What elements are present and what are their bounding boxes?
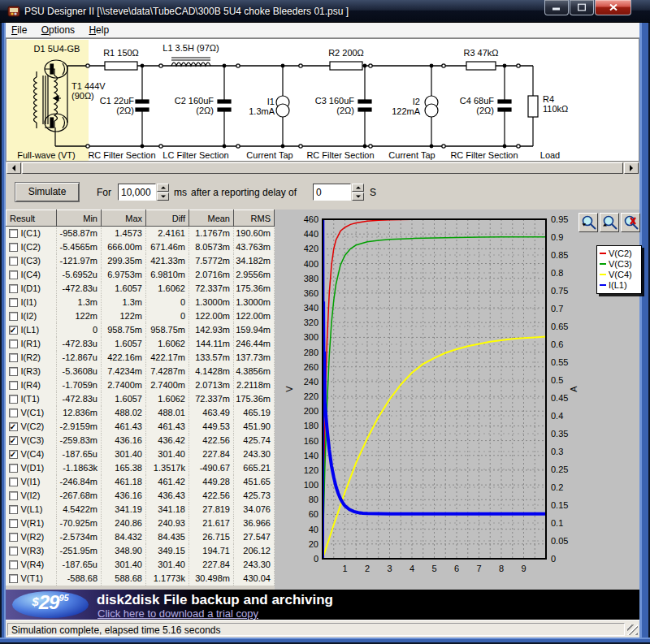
zoom-out-button[interactable] bbox=[578, 213, 598, 232]
table-row[interactable]: V(I1)-246.84m461.18461.42449.28451.65 bbox=[6, 475, 275, 489]
table-row[interactable]: I(R1)-472.83u1.60571.6062144.11m246.44m bbox=[6, 337, 275, 351]
svg-text:3: 3 bbox=[387, 564, 392, 573]
duration-spinner[interactable] bbox=[157, 184, 169, 201]
simulate-button[interactable]: Simulate bbox=[15, 182, 80, 202]
column-header-mean[interactable]: Mean bbox=[189, 210, 234, 227]
menu-help[interactable]: Help bbox=[83, 23, 115, 38]
row-label: I(R3) bbox=[21, 366, 41, 376]
table-row[interactable]: V(R3)-251.95m348.90349.15194.71206.12 bbox=[6, 544, 275, 558]
svg-text:120: 120 bbox=[304, 465, 318, 475]
row-checkbox[interactable] bbox=[9, 257, 18, 266]
table-row[interactable]: I(C2)-5.4565m666.00m671.46m8.0573m43.763… bbox=[6, 240, 275, 254]
label-r4: R4 110kΩ bbox=[543, 94, 568, 114]
column-header-rms[interactable]: RMS bbox=[234, 210, 275, 227]
table-row[interactable]: I(C4)-5.6952u6.9753m6.9810m2.0716m2.9556… bbox=[6, 268, 275, 282]
row-checkbox[interactable] bbox=[9, 464, 18, 473]
spin-up-icon[interactable] bbox=[157, 184, 169, 192]
row-checkbox[interactable] bbox=[9, 533, 18, 542]
table-row[interactable]: V(I2)-267.68m436.16436.43422.56425.73 bbox=[6, 489, 275, 503]
table-row[interactable]: V(D1)-1.1863k165.381.3517k-490.67665.21 bbox=[6, 461, 275, 475]
delay-input[interactable] bbox=[313, 184, 351, 201]
menu-options[interactable]: Options bbox=[36, 23, 80, 38]
table-row[interactable]: ✓V(C4)-187.65u301.40301.40227.84243.30 bbox=[6, 447, 275, 461]
row-label: I(L1) bbox=[21, 325, 40, 335]
row-checkbox[interactable]: ✓ bbox=[9, 450, 18, 459]
svg-text:0.15: 0.15 bbox=[551, 500, 568, 510]
row-checkbox[interactable] bbox=[9, 560, 18, 569]
table-row[interactable]: I(C3)-121.97m299.35m421.33m7.5772m34.182… bbox=[6, 254, 275, 268]
column-header-diff[interactable]: Diff bbox=[146, 210, 189, 227]
legend-entry: V(C3) bbox=[599, 259, 639, 270]
capacitor-c4 bbox=[498, 66, 511, 146]
row-checkbox[interactable] bbox=[9, 574, 18, 583]
column-header-result[interactable]: Result bbox=[6, 210, 57, 227]
ad-banner[interactable]: $2995 disk2disk File backup and archivin… bbox=[6, 590, 639, 620]
row-checkbox[interactable] bbox=[9, 298, 18, 307]
scroll-right-arrow-icon[interactable] bbox=[624, 162, 639, 174]
row-checkbox[interactable] bbox=[9, 505, 18, 514]
table-row[interactable]: V(R2)-2.5734m84.43284.43526.71527.547 bbox=[6, 530, 275, 544]
row-checkbox[interactable] bbox=[9, 519, 18, 528]
zoom-reset-button[interactable] bbox=[621, 213, 640, 232]
table-row[interactable]: ✓I(L1)0958.75m958.75m142.93m159.94m bbox=[6, 323, 275, 337]
column-header-min[interactable]: Min bbox=[57, 210, 102, 227]
table-row[interactable]: ✓V(C3)-259.83m436.16436.42422.56425.74 bbox=[6, 434, 275, 447]
row-checkbox[interactable] bbox=[9, 381, 18, 390]
capacitor-c2 bbox=[218, 66, 231, 146]
row-checkbox[interactable] bbox=[9, 339, 18, 348]
table-row[interactable]: I(R3)-5.3608u7.4234m7.4287m4.1428m4.3856… bbox=[6, 365, 275, 378]
schematic-panel[interactable]: D1 5U4-GB T1 444V (90Ω) R1 150Ω L1 3.5H … bbox=[6, 38, 639, 162]
row-checkbox[interactable] bbox=[9, 367, 18, 376]
spin-down-icon[interactable] bbox=[157, 192, 169, 201]
row-checkbox[interactable] bbox=[9, 353, 18, 362]
table-row[interactable]: V(C1)12.836m488.02488.01463.49465.19 bbox=[6, 406, 275, 420]
close-button[interactable] bbox=[595, 0, 631, 15]
duration-input[interactable] bbox=[118, 184, 156, 201]
table-row[interactable]: I(C1)-958.87m1.45732.41611.1767m190.60m bbox=[6, 227, 275, 240]
table-row[interactable]: V(R1)-70.925m240.86240.9321.61736.966 bbox=[6, 516, 275, 530]
row-checkbox[interactable]: ✓ bbox=[9, 326, 18, 335]
spin-up-icon[interactable] bbox=[352, 184, 364, 192]
row-checkbox[interactable] bbox=[9, 312, 18, 321]
table-row[interactable]: V(R4)-187.65u301.40301.40227.84243.30 bbox=[6, 558, 275, 572]
row-checkbox[interactable] bbox=[9, 547, 18, 555]
resize-grip-icon[interactable] bbox=[627, 625, 638, 635]
table-row[interactable]: I(D1)-472.83u1.60571.606272.337m175.36m bbox=[6, 282, 275, 296]
spin-down-icon[interactable] bbox=[352, 192, 364, 201]
table-row[interactable]: V(L1)4.5422m341.19341.1827.81934.076 bbox=[6, 503, 275, 516]
row-checkbox[interactable] bbox=[9, 270, 18, 279]
row-checkbox[interactable] bbox=[9, 395, 18, 404]
table-row[interactable]: I(I2)122m122m0122.00m122.00m bbox=[6, 309, 275, 323]
zoom-in-button[interactable] bbox=[600, 213, 619, 232]
table-row[interactable]: ✓V(C2)-2.9159m461.43461.43449.53451.90 bbox=[6, 420, 275, 434]
row-checkbox[interactable] bbox=[9, 243, 18, 252]
legend-entry: I(L1) bbox=[599, 280, 639, 291]
table-row[interactable]: V(T1)-588.68588.681.1773k30.498m430.04 bbox=[6, 572, 275, 586]
table-row[interactable]: I(R4)-1.7059n2.7400m2.7400m2.0713m2.2118… bbox=[6, 378, 275, 392]
resistor-r2 bbox=[330, 62, 362, 70]
row-checkbox[interactable] bbox=[9, 229, 18, 238]
table-row[interactable]: I(T1)-472.83u1.60571.606272.337m175.36m bbox=[6, 392, 275, 406]
schematic-scrollbar[interactable] bbox=[6, 162, 639, 175]
banner-download-link[interactable]: Click here to download a trial copy bbox=[98, 607, 258, 620]
table-row[interactable]: I(R2)-12.867u422.16m422.17m133.57m137.73… bbox=[6, 351, 275, 365]
section-rc2: RC Filter Section bbox=[306, 150, 374, 160]
legend-entry: V(C2) bbox=[599, 249, 639, 259]
scrollbar-thumb[interactable] bbox=[22, 162, 623, 174]
delay-spinner[interactable] bbox=[352, 184, 364, 201]
row-checkbox[interactable]: ✓ bbox=[9, 436, 18, 445]
section-tap1: Current Tap bbox=[246, 150, 292, 160]
scroll-left-arrow-icon[interactable] bbox=[6, 162, 21, 174]
table-row[interactable]: I(I1)1.3m1.3m01.3000m1.3000m bbox=[6, 296, 275, 309]
row-checkbox[interactable] bbox=[9, 491, 18, 500]
row-checkbox[interactable]: ✓ bbox=[9, 422, 18, 431]
row-label: V(C3) bbox=[21, 435, 45, 445]
row-checkbox[interactable] bbox=[9, 408, 18, 417]
minimize-button[interactable] bbox=[544, 0, 569, 15]
maximize-button[interactable] bbox=[570, 0, 594, 15]
row-checkbox[interactable] bbox=[9, 284, 18, 293]
row-checkbox[interactable] bbox=[9, 478, 18, 486]
column-header-max[interactable]: Max bbox=[102, 210, 146, 227]
svg-text:160: 160 bbox=[304, 436, 318, 446]
menu-file[interactable]: File bbox=[6, 23, 32, 38]
